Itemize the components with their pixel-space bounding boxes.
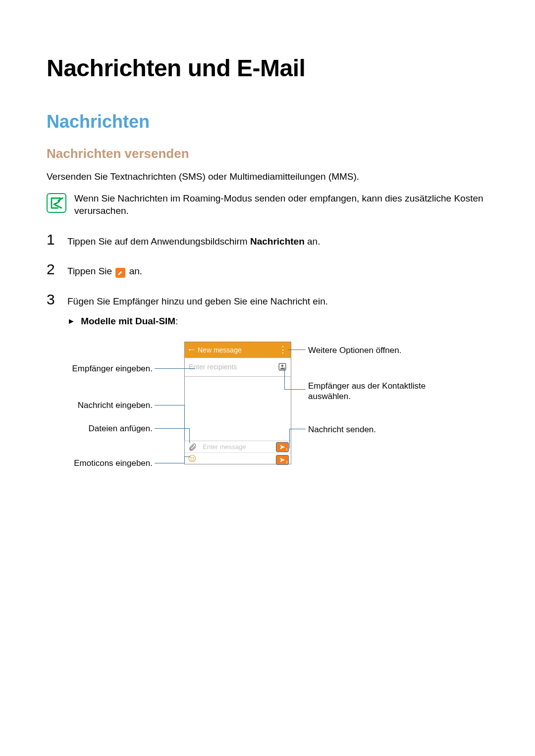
callout-line [155, 405, 184, 405]
step-sub-bold: Modelle mit Dual-SIM [81, 316, 175, 326]
note-block: Wenn Sie Nachrichten im Roaming-Modus se… [47, 192, 488, 217]
callout-line [184, 456, 190, 457]
step-text-part: an. [129, 266, 142, 276]
step-text-bold: Nachrichten [250, 236, 305, 247]
step-text-part: Tippen Sie auf dem Anwendungsbildschirm [67, 236, 250, 247]
step-1: 1 Tippen Sie auf dem Anwendungsbildschir… [47, 232, 488, 249]
svg-point-1 [281, 365, 284, 367]
step-text: Fügen Sie Empfänger hinzu und geben Sie … [67, 295, 328, 328]
callout-more-label: Weitere Optionen öffnen. [308, 346, 437, 355]
callout-line [155, 428, 189, 429]
compose-lower-row [185, 453, 291, 464]
chapter-heading: Nachrichten und E-Mail [47, 54, 488, 82]
compose-icon [115, 268, 125, 278]
phone-header: ← New message ⋮ [185, 342, 291, 358]
steps-list: 1 Tippen Sie auf dem Anwendungsbildschir… [47, 232, 488, 328]
step-number: 3 [47, 292, 57, 307]
step-sub-bullet: ► Modelle mit Dual-SIM: [67, 314, 328, 328]
step-text: Tippen Sie an. [67, 264, 142, 278]
message-input-row: Enter message 1 2 [185, 441, 291, 454]
step-text-part: Tippen Sie [67, 266, 114, 276]
emoticon-icon [188, 454, 197, 465]
callout-line [288, 350, 306, 350]
callout-line [284, 367, 285, 389]
phone-mockup: ← New message ⋮ Enter recipients Ent [184, 342, 291, 464]
callout-recipients-label: Empfänger eingeben. [63, 364, 153, 374]
callout-attach-label: Dateien anfügen. [63, 424, 153, 434]
svg-point-4 [193, 457, 194, 458]
send-sim1-icon: 1 [276, 442, 289, 452]
step-text-part: Fügen Sie Empfänger hinzu und geben Sie … [67, 296, 328, 306]
recipients-field: Enter recipients [185, 358, 291, 377]
callout-line [184, 456, 185, 463]
callout-emoticons-label: Emoticons eingeben. [63, 458, 153, 468]
phone-title: New message [198, 346, 242, 354]
callout-contacts-label: Empfänger aus der Kontaktliste auswählen… [308, 381, 447, 402]
message-placeholder: Enter message [203, 443, 246, 451]
svg-point-3 [191, 457, 192, 458]
callout-line [189, 428, 190, 443]
back-icon: ← [185, 345, 198, 355]
phone-diagram: ← New message ⋮ Enter recipients Ent [47, 342, 488, 500]
step-number: 2 [47, 262, 57, 277]
recipients-placeholder: Enter recipients [189, 363, 237, 371]
contacts-icon [278, 362, 287, 371]
callout-line [184, 405, 185, 440]
callout-line [155, 463, 184, 463]
callout-line [155, 368, 195, 369]
compose-side-icons [188, 443, 198, 454]
attach-icon [188, 443, 198, 454]
document-page: Nachrichten und E-Mail Nachrichten Nachr… [0, 0, 535, 525]
compose-area: Enter message 1 2 [185, 441, 291, 464]
step-number: 1 [47, 232, 57, 247]
step-text: Tippen Sie auf dem Anwendungsbildschirm … [67, 235, 320, 249]
section-heading: Nachrichten [47, 111, 488, 132]
step-2: 2 Tippen Sie an. [47, 262, 488, 278]
callout-line [284, 389, 306, 390]
subsection-heading: Nachrichten versenden [47, 146, 488, 161]
note-icon [47, 193, 66, 213]
step-text-part: an. [305, 236, 321, 247]
more-menu-icon: ⋮ [278, 342, 288, 358]
callout-send-label: Nachricht senden. [308, 425, 437, 435]
step-3: 3 Fügen Sie Empfänger hinzu und geben Si… [47, 292, 488, 328]
callout-line [289, 429, 306, 429]
intro-text: Versenden Sie Textnachrichten (SMS) oder… [47, 170, 488, 183]
step-sub-colon: : [175, 316, 178, 326]
arrow-mark-icon: ► [67, 315, 75, 327]
callout-line [289, 429, 290, 449]
callout-message-label: Nachricht eingeben. [63, 401, 153, 410]
note-text: Wenn Sie Nachrichten im Roaming-Modus se… [74, 192, 488, 217]
